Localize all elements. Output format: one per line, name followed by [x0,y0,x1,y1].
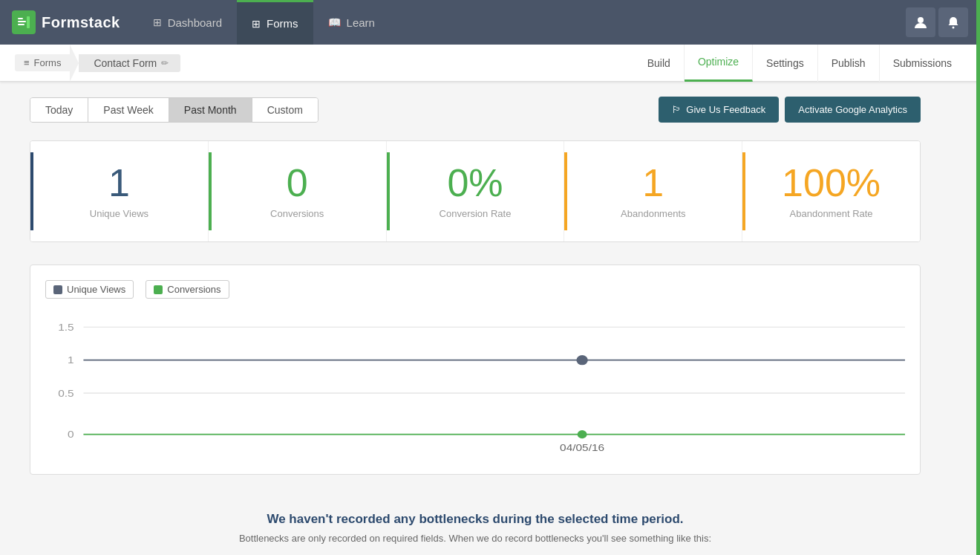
stat-conversions-label: Conversions [223,208,371,219]
stat-abandonments: 1 Abandonments [564,141,742,241]
breadcrumb-forms-icon: ≡ [24,57,30,68]
sub-nav-build[interactable]: Build [634,45,685,82]
stat-abandonment-rate-label: Abandonment Rate [757,208,905,219]
bottleneck-title: We haven't recorded any bottlenecks duri… [30,512,921,527]
nav-right [906,7,968,37]
stat-conversion-rate: 0% Conversion Rate [386,141,564,241]
filter-actions: 🏳 Give Us Feedback Activate Google Analy… [659,97,921,123]
chart-legend: Unique Views Conversions [45,280,905,299]
sub-nav: ≡ Forms Contact Form ✏ Build Optimize Se… [0,45,980,82]
chart-svg: 1.5 1 0.5 0 04/05/16 [45,311,905,459]
sub-nav-links: Build Optimize Settings Publish Submissi… [634,45,965,82]
stat-abandonment-rate-value: 100% [757,163,905,202]
bottleneck-section: We haven't recorded any bottlenecks duri… [30,497,921,555]
logo: Formstack [12,10,120,34]
forms-icon: ⊞ [252,18,261,30]
stat-abandonments-label: Abandonments [579,208,727,219]
sub-nav-submissions[interactable]: Submissions [880,45,965,82]
filter-custom[interactable]: Custom [252,98,318,122]
svg-point-5 [953,27,955,29]
feedback-button[interactable]: 🏳 Give Us Feedback [659,97,779,123]
svg-rect-1 [18,21,26,22]
breadcrumb-forms[interactable]: ≡ Forms [15,54,70,71]
filter-tabs: Today Past Week Past Month Custom [30,97,318,123]
nav-forms[interactable]: ⊞ Forms [237,0,313,45]
svg-point-4 [918,17,924,23]
stat-unique-views: 1 Unique Views [30,141,208,241]
nav-learn[interactable]: 📖 Learn [313,0,390,45]
breadcrumb-current-label: Contact Form [94,57,157,69]
legend-unique-views-dot [53,285,62,294]
legend-conversions-dot [154,285,163,294]
svg-point-17 [578,430,587,438]
stat-conversion-rate-value: 0% [402,163,549,202]
user-button[interactable] [906,7,935,37]
svg-rect-3 [27,16,30,28]
sub-nav-optimize[interactable]: Optimize [685,45,753,82]
feedback-icon: 🏳 [672,104,682,115]
analytics-button[interactable]: Activate Google Analytics [785,97,921,123]
green-sidebar-bar [976,0,980,555]
main-content: Today Past Week Past Month Custom 🏳 Give… [0,82,950,555]
stat-abandonment-rate: 100% Abandonment Rate [742,141,920,241]
legend-unique-views: Unique Views [45,280,134,299]
sub-nav-publish-label: Publish [832,57,866,69]
svg-text:1.5: 1.5 [58,322,74,333]
stat-conversion-rate-label: Conversion Rate [402,208,549,219]
learn-icon: 📖 [328,16,341,28]
stats-row: 1 Unique Views 0 Conversions 0% Conversi… [30,140,921,242]
stat-abandonments-value: 1 [579,163,727,202]
legend-conversions: Conversions [146,280,229,299]
filter-past-week[interactable]: Past Week [88,98,169,122]
sub-nav-settings[interactable]: Settings [753,45,818,82]
legend-unique-views-label: Unique Views [67,284,125,295]
legend-conversions-label: Conversions [167,284,220,295]
svg-text:1: 1 [68,354,74,366]
dashboard-icon: ⊞ [153,16,162,28]
svg-text:0.5: 0.5 [58,388,74,399]
stat-unique-views-label: Unique Views [45,208,193,219]
chart-container: 1.5 1 0.5 0 04/05/16 [45,311,905,459]
filter-bar: Today Past Week Past Month Custom 🏳 Give… [30,97,921,123]
nav-forms-label: Forms [267,17,298,30]
sub-nav-build-label: Build [647,57,670,69]
filter-past-month[interactable]: Past Month [169,98,252,122]
breadcrumb-forms-label: Forms [34,57,62,68]
breadcrumb-separator [70,45,79,82]
svg-text:0: 0 [68,429,74,440]
nav-items: ⊞ Dashboard ⊞ Forms 📖 Learn [138,0,906,45]
chart-area: Unique Views Conversions 1.5 1 0.5 0 [30,264,921,475]
stat-unique-views-value: 1 [45,163,193,202]
nav-learn-label: Learn [347,16,375,29]
notification-button[interactable] [938,7,968,37]
svg-point-15 [576,355,587,365]
svg-rect-0 [18,18,23,19]
breadcrumb: ≡ Forms Contact Form ✏ [15,45,180,82]
logo-text: Formstack [42,14,120,31]
breadcrumb-contact-form[interactable]: Contact Form ✏ [79,54,180,72]
sub-nav-submissions-label: Submissions [893,57,952,69]
sub-nav-optimize-label: Optimize [698,56,739,68]
logo-icon [12,10,36,34]
bottleneck-subtitle: Bottlenecks are only recorded on require… [30,533,921,544]
filter-today[interactable]: Today [30,98,88,122]
svg-text:04/05/16: 04/05/16 [560,442,604,453]
svg-rect-2 [18,24,24,25]
top-nav: Formstack ⊞ Dashboard ⊞ Forms 📖 Learn [0,0,980,45]
sub-nav-settings-label: Settings [766,57,804,69]
nav-dashboard[interactable]: ⊞ Dashboard [138,0,237,45]
nav-dashboard-label: Dashboard [168,16,222,29]
stat-conversions: 0 Conversions [208,141,386,241]
edit-icon[interactable]: ✏ [161,58,169,68]
sub-nav-publish[interactable]: Publish [818,45,880,82]
stat-conversions-value: 0 [223,163,371,202]
